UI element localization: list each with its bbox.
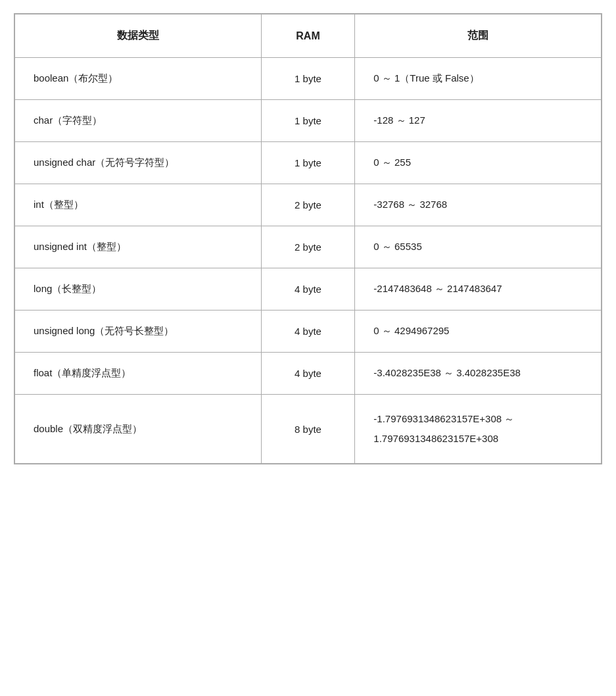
cell-ram: 2 byte xyxy=(261,226,355,268)
cell-range: -3.4028235E38 ～ 3.4028235E38 xyxy=(355,353,602,395)
cell-ram: 2 byte xyxy=(261,184,355,226)
cell-type: double（双精度浮点型） xyxy=(15,395,262,464)
header-type: 数据类型 xyxy=(15,14,262,58)
table-row: unsigned int（整型）2 byte0 ～ 65535 xyxy=(15,226,602,268)
cell-ram: 8 byte xyxy=(261,395,355,464)
cell-range: 0 ～ 1（True 或 False） xyxy=(355,58,602,100)
table-row: long（长整型）4 byte-2147483648 ～ 2147483647 xyxy=(15,268,602,311)
cell-ram: 1 byte xyxy=(261,58,355,100)
data-types-table: 数据类型 RAM 范围 boolean（布尔型）1 byte0 ～ 1（True… xyxy=(14,13,602,464)
cell-range: 0 ～ 65535 xyxy=(355,226,602,268)
table-row: boolean（布尔型）1 byte0 ～ 1（True 或 False） xyxy=(15,58,602,100)
cell-ram: 4 byte xyxy=(261,311,355,353)
cell-range: -1.7976931348623157E+308 ～1.797693134862… xyxy=(355,395,602,464)
cell-type: unsigned long（无符号长整型） xyxy=(15,311,262,353)
cell-type: boolean（布尔型） xyxy=(15,58,262,100)
table-row: int（整型）2 byte-32768 ～ 32768 xyxy=(15,184,602,226)
cell-type: float（单精度浮点型） xyxy=(15,353,262,395)
cell-type: unsigned int（整型） xyxy=(15,226,262,268)
table-header-row: 数据类型 RAM 范围 xyxy=(15,14,602,58)
cell-type: unsigned char（无符号字符型） xyxy=(15,142,262,184)
table-row: double（双精度浮点型）8 byte-1.7976931348623157E… xyxy=(15,395,602,464)
cell-range: 0 ～ 255 xyxy=(355,142,602,184)
cell-range: -128 ～ 127 xyxy=(355,100,602,142)
cell-range: 0 ～ 4294967295 xyxy=(355,311,602,353)
cell-type: int（整型） xyxy=(15,184,262,226)
cell-range: -32768 ～ 32768 xyxy=(355,184,602,226)
cell-type: long（长整型） xyxy=(15,268,262,311)
table-row: unsigned char（无符号字符型）1 byte0 ～ 255 xyxy=(15,142,602,184)
cell-type: char（字符型） xyxy=(15,100,262,142)
table-row: char（字符型）1 byte-128 ～ 127 xyxy=(15,100,602,142)
cell-range: -2147483648 ～ 2147483647 xyxy=(355,268,602,311)
cell-ram: 1 byte xyxy=(261,142,355,184)
table-row: float（单精度浮点型）4 byte-3.4028235E38 ～ 3.402… xyxy=(15,353,602,395)
header-ram: RAM xyxy=(261,14,355,58)
table-row: unsigned long（无符号长整型）4 byte0 ～ 429496729… xyxy=(15,311,602,353)
cell-ram: 1 byte xyxy=(261,100,355,142)
cell-ram: 4 byte xyxy=(261,353,355,395)
cell-ram: 4 byte xyxy=(261,268,355,311)
header-range: 范围 xyxy=(355,14,602,58)
